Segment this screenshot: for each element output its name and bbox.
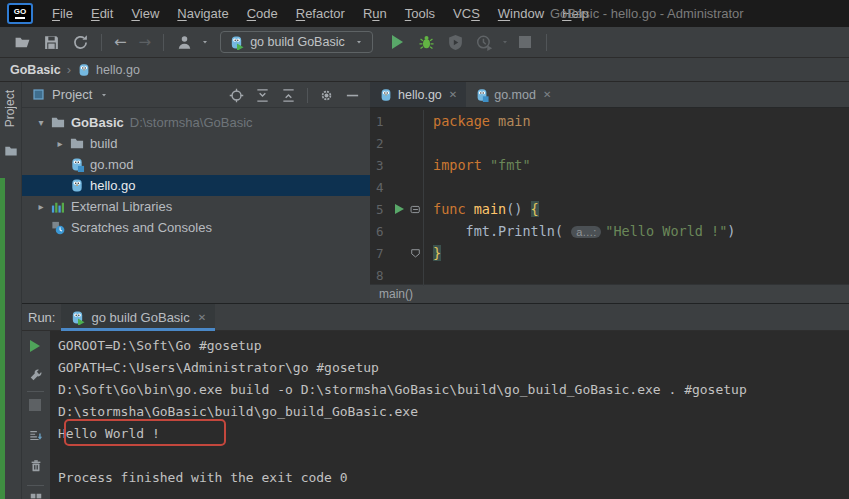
chevron-right-icon[interactable]: ▸	[51, 138, 69, 149]
console-layout-icon[interactable]	[29, 492, 43, 499]
hide-panel-icon[interactable]	[345, 88, 360, 103]
code-line-6[interactable]: 6 fmt.Println( a…:"Hello World !")	[370, 220, 849, 242]
clear-console-icon[interactable]	[29, 459, 43, 473]
breadcrumb-file[interactable]: hello.go	[96, 63, 140, 77]
tree-item-label: build	[90, 136, 117, 151]
logo-text: GO	[14, 8, 26, 16]
editor-tab-hello-go[interactable]: hello.go✕	[370, 82, 466, 107]
run-button[interactable]	[392, 35, 403, 49]
tree-item-label: hello.go	[90, 178, 136, 193]
code-line-7[interactable]: 7}	[370, 242, 849, 264]
code-token: "fmt"	[490, 157, 531, 173]
code-token: main	[498, 113, 531, 129]
rail-separator	[27, 485, 44, 486]
chevron-down-icon[interactable]: ▾	[32, 117, 50, 128]
rerun-button[interactable]	[30, 340, 40, 352]
line-number: 8	[370, 268, 390, 283]
run-tab-label: go build GoBasic	[91, 310, 189, 325]
tree-item-gobasic[interactable]: ▾GoBasicD:\stormsha\GoBasic	[22, 112, 370, 133]
run-console-tab[interactable]: go build GoBasic ✕	[61, 304, 215, 331]
editor-area: hello.go✕go.mod✕ 1package main23import "…	[370, 82, 849, 303]
project-panel-title[interactable]: Project	[52, 87, 92, 102]
code-line-5[interactable]: 5func main() {	[370, 198, 849, 220]
profiler-chevron-icon	[500, 38, 510, 46]
run-panel-label: Run:	[28, 310, 55, 325]
fold-start-icon[interactable]	[410, 204, 421, 215]
tree-item-external-libraries[interactable]: ▸External Libraries	[22, 196, 370, 217]
fold-end-icon[interactable]	[410, 248, 421, 259]
console-line: GOROOT=D:\Soft\Go #gosetup	[58, 335, 849, 357]
run-configuration-select[interactable]: go build GoBasic	[220, 31, 373, 53]
menu-item-window[interactable]: Window	[489, 0, 553, 27]
line-number: 2	[370, 136, 390, 151]
run-panel-header: Run: go build GoBasic ✕	[22, 303, 849, 331]
project-view-icon	[32, 88, 45, 101]
settings-gear-icon[interactable]	[319, 88, 334, 103]
menu-item-view[interactable]: View	[122, 0, 168, 27]
console-line: Process finished with the exit code 0	[58, 467, 849, 489]
tree-item-build[interactable]: ▸build	[22, 133, 370, 154]
code-line-8[interactable]: 8	[370, 264, 849, 286]
line-number: 5	[370, 202, 390, 217]
close-icon[interactable]: ✕	[449, 89, 457, 100]
save-all-icon[interactable]	[43, 34, 60, 51]
goland-logo-icon[interactable]: GO	[7, 3, 33, 24]
tree-item-hello-go[interactable]: hello.go	[22, 175, 370, 196]
chevron-right-icon[interactable]: ▸	[32, 201, 50, 212]
code-line-1[interactable]: 1package main	[370, 110, 849, 132]
user-dropdown-chevron-icon[interactable]	[200, 38, 210, 46]
code-token: fmt.Println(	[433, 223, 571, 239]
code-editor[interactable]: 1package main23import "fmt"45func main()…	[370, 108, 849, 284]
main-toolbar: ← → go build GoBasic	[0, 27, 849, 58]
tree-item-go-mod[interactable]: go.mod	[22, 154, 370, 175]
menu-item-tools[interactable]: Tools	[396, 0, 444, 27]
run-config-label: go build GoBasic	[250, 35, 345, 49]
line-number: 4	[370, 180, 390, 195]
console-line: GOPATH=C:\Users\Administrator\go #gosetu…	[58, 357, 849, 379]
expand-all-icon[interactable]	[255, 88, 270, 103]
go-run-config-icon	[229, 35, 244, 50]
toolbar-separator	[163, 34, 164, 51]
menu-item-refactor[interactable]: Refactor	[287, 0, 354, 27]
breadcrumb-project[interactable]: GoBasic	[10, 63, 61, 77]
project-stripe-button[interactable]: Project	[3, 90, 17, 127]
run-with-coverage-icon	[447, 34, 464, 51]
locate-file-icon[interactable]	[229, 88, 244, 103]
sync-refresh-icon[interactable]	[72, 34, 89, 51]
code-line-4[interactable]: 4	[370, 176, 849, 198]
scroll-to-end-icon[interactable]	[29, 429, 43, 443]
parameter-hint: a…:	[571, 226, 601, 238]
code-token: main	[474, 201, 507, 217]
menu-item-edit[interactable]: Edit	[82, 0, 122, 27]
menu-item-file[interactable]: File	[43, 0, 82, 27]
console-output[interactable]: GOROOT=D:\Soft\Go #gosetupGOPATH=C:\User…	[50, 331, 849, 499]
open-file-icon[interactable]	[14, 34, 31, 51]
run-line-icon[interactable]	[395, 204, 404, 214]
user-icon[interactable]	[176, 34, 193, 51]
menu-item-code[interactable]: Code	[238, 0, 287, 27]
close-icon[interactable]: ✕	[543, 89, 551, 100]
menu-item-run[interactable]: Run	[354, 0, 396, 27]
menu-item-navigate[interactable]: Navigate	[168, 0, 237, 27]
project-view-chevron-icon[interactable]	[99, 91, 109, 99]
window-title: GoBasic - hello.go - Administrator	[550, 0, 744, 27]
main-menu: FileEditViewNavigateCodeRefactorRunTools…	[43, 0, 598, 27]
editor-tab-go-mod[interactable]: go.mod✕	[466, 82, 560, 107]
collapse-all-icon[interactable]	[281, 88, 296, 103]
folder-icon[interactable]	[4, 144, 18, 158]
back-arrow-icon[interactable]: ←	[114, 33, 127, 51]
code-line-3[interactable]: 3import "fmt"	[370, 154, 849, 176]
profiler-icon	[476, 34, 493, 51]
menu-item-vcs[interactable]: VCS	[444, 0, 489, 27]
close-icon[interactable]: ✕	[198, 312, 206, 323]
code-line-2[interactable]: 2	[370, 132, 849, 154]
console-stop-button	[29, 399, 41, 411]
editor-breadcrumb[interactable]: main()	[370, 284, 849, 303]
code-token: "Hello World !"	[605, 223, 727, 239]
tree-item-scratches-and-consoles[interactable]: Scratches and Consoles	[22, 217, 370, 238]
console-settings-icon[interactable]	[29, 368, 43, 382]
run-tool-window: Run: go build GoBasic ✕ GOROOT=D:\Soft\G…	[22, 303, 849, 499]
stop-button	[519, 36, 531, 48]
debug-button[interactable]	[418, 34, 435, 51]
go-run-tab-icon	[70, 310, 85, 325]
